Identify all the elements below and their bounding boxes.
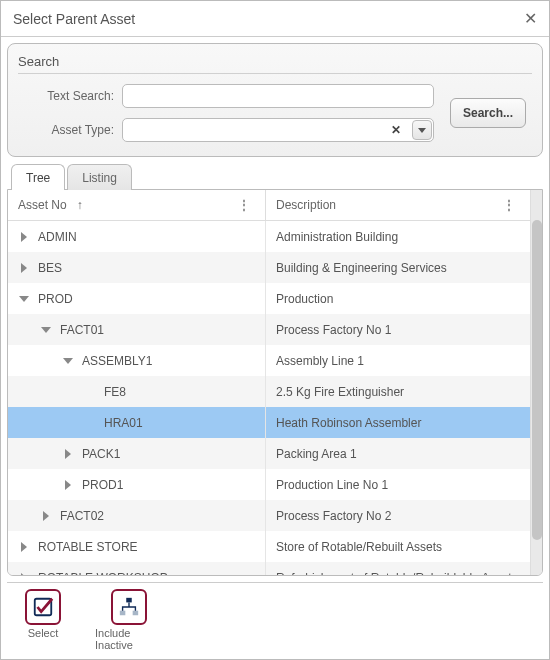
table-row[interactable]: PACK1Packing Area 1 [8, 438, 530, 469]
column-description-label: Description [276, 198, 336, 212]
text-search-label: Text Search: [34, 89, 114, 103]
cell-asset-no: PROD [8, 283, 266, 314]
svg-rect-3 [133, 611, 139, 616]
include-inactive-button[interactable]: Include Inactive [93, 587, 165, 653]
column-asset-label: Asset No [18, 198, 67, 212]
collapse-icon[interactable] [58, 351, 78, 371]
close-icon[interactable]: ✕ [524, 9, 537, 28]
collapse-icon[interactable] [36, 320, 56, 340]
table-row[interactable]: BESBuilding & Engineering Services [8, 252, 530, 283]
cell-description: Building & Engineering Services [266, 252, 530, 283]
select-parent-asset-dialog: Select Parent Asset ✕ Search Text Search… [0, 0, 550, 660]
table-row[interactable]: FACT01Process Factory No 1 [8, 314, 530, 345]
tab-listing[interactable]: Listing [67, 164, 132, 190]
dialog-title: Select Parent Asset [13, 11, 524, 27]
titlebar: Select Parent Asset ✕ [1, 1, 549, 37]
table-row[interactable]: HRA01Heath Robinson Assembler [8, 407, 530, 438]
cell-description: Process Factory No 2 [266, 500, 530, 531]
cell-description: Store of Rotable/Rebuilt Assets [266, 531, 530, 562]
asset-no-value: ROTABLE STORE [34, 540, 138, 554]
cell-asset-no: PROD1 [8, 469, 266, 500]
sort-asc-icon: ↑ [77, 198, 83, 212]
expand-icon[interactable] [14, 258, 34, 278]
cell-description: Administration Building [266, 221, 530, 252]
table-row[interactable]: ROTABLE STOREStore of Rotable/Rebuilt As… [8, 531, 530, 562]
cell-description: Process Factory No 1 [266, 314, 530, 345]
search-panel: Search Text Search: Asset Type: ✕ [7, 43, 543, 157]
expand-icon[interactable] [14, 227, 34, 247]
search-button[interactable]: Search... [450, 98, 526, 128]
select-label: Select [28, 627, 59, 639]
chevron-down-icon [418, 128, 426, 133]
tabstrip: TreeListing [7, 163, 543, 189]
tab-tree[interactable]: Tree [11, 164, 65, 190]
table-row[interactable]: ADMINAdministration Building [8, 221, 530, 252]
table-row[interactable]: FE82.5 Kg Fire Extinguisher [8, 376, 530, 407]
cell-description: Assembly Line 1 [266, 345, 530, 376]
asset-no-value: ADMIN [34, 230, 77, 244]
text-search-input[interactable] [122, 84, 434, 108]
cell-description: Refurbishment of Rotable/Rebuildable Ass… [266, 562, 530, 575]
grid-header: Asset No ↑ ⋮ Description ⋮ [8, 190, 530, 221]
cell-description: 2.5 Kg Fire Extinguisher [266, 376, 530, 407]
cell-description: Production [266, 283, 530, 314]
asset-no-value: PROD1 [78, 478, 123, 492]
cell-asset-no: FE8 [8, 376, 266, 407]
svg-rect-2 [120, 611, 126, 616]
asset-no-value: HRA01 [100, 416, 143, 430]
column-menu-icon[interactable]: ⋮ [497, 198, 520, 212]
expand-icon[interactable] [58, 444, 78, 464]
cell-asset-no: BES [8, 252, 266, 283]
search-title: Search [18, 50, 532, 74]
include-inactive-label: Include Inactive [95, 627, 163, 651]
asset-no-value: PACK1 [78, 447, 120, 461]
asset-no-value: FACT02 [56, 509, 104, 523]
leaf-spacer [80, 413, 100, 433]
asset-grid: Asset No ↑ ⋮ Description ⋮ ADMINAdminist… [8, 190, 542, 575]
cell-asset-no: PACK1 [8, 438, 266, 469]
collapse-icon[interactable] [14, 289, 34, 309]
asset-no-value: ASSEMBLY1 [78, 354, 152, 368]
action-bar: Select Include Inactive [7, 582, 543, 653]
cell-asset-no: ADMIN [8, 221, 266, 252]
cell-asset-no: HRA01 [8, 407, 266, 438]
cell-asset-no: FACT02 [8, 500, 266, 531]
expand-icon[interactable] [36, 506, 56, 526]
expand-icon[interactable] [58, 475, 78, 495]
text-search-row: Text Search: [34, 84, 434, 108]
scrollbar-thumb[interactable] [532, 220, 542, 540]
leaf-spacer [80, 382, 100, 402]
dropdown-button[interactable] [412, 120, 432, 140]
column-description[interactable]: Description ⋮ [266, 190, 530, 220]
asset-no-value: FACT01 [56, 323, 104, 337]
asset-no-value: ROTABLE WORKSHOP [34, 571, 168, 576]
asset-type-label: Asset Type: [34, 123, 114, 137]
cell-description: Production Line No 1 [266, 469, 530, 500]
asset-type-row: Asset Type: ✕ [34, 118, 434, 142]
cell-asset-no: FACT01 [8, 314, 266, 345]
vertical-scrollbar[interactable] [530, 190, 542, 575]
column-menu-icon[interactable]: ⋮ [232, 198, 255, 212]
hierarchy-icon [111, 589, 147, 625]
asset-no-value: PROD [34, 292, 73, 306]
select-button[interactable]: Select [7, 587, 79, 653]
grid-body: ADMINAdministration BuildingBESBuilding … [8, 221, 530, 575]
cell-asset-no: ROTABLE WORKSHOP [8, 562, 266, 575]
cell-asset-no: ASSEMBLY1 [8, 345, 266, 376]
table-row[interactable]: PRODProduction [8, 283, 530, 314]
check-icon [25, 589, 61, 625]
cell-description: Packing Area 1 [266, 438, 530, 469]
expand-icon[interactable] [14, 537, 34, 557]
table-row[interactable]: ASSEMBLY1Assembly Line 1 [8, 345, 530, 376]
clear-icon[interactable]: ✕ [386, 118, 406, 142]
asset-no-value: BES [34, 261, 62, 275]
table-row[interactable]: ROTABLE WORKSHOPRefurbishment of Rotable… [8, 562, 530, 575]
table-row[interactable]: PROD1Production Line No 1 [8, 469, 530, 500]
expand-icon[interactable] [14, 568, 34, 576]
asset-no-value: FE8 [100, 385, 126, 399]
cell-description: Heath Robinson Assembler [266, 407, 530, 438]
svg-rect-1 [126, 598, 132, 603]
table-row[interactable]: FACT02Process Factory No 2 [8, 500, 530, 531]
cell-asset-no: ROTABLE STORE [8, 531, 266, 562]
column-asset-no[interactable]: Asset No ↑ ⋮ [8, 190, 266, 220]
